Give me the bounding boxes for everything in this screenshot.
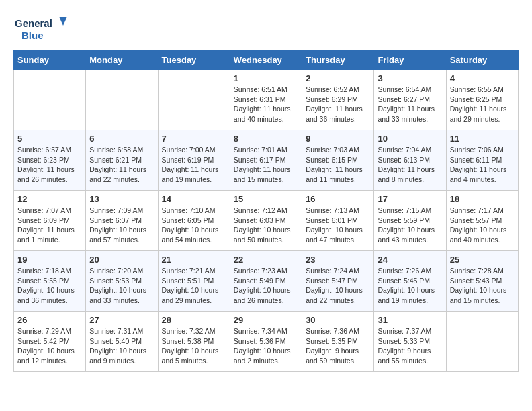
day-info: Sunrise: 7:12 AM Sunset: 6:03 PM Dayligh… (234, 205, 298, 245)
header-row: SundayMondayTuesdayWednesdayThursdayFrid… (14, 51, 519, 70)
day-info: Sunrise: 7:23 AM Sunset: 5:49 PM Dayligh… (234, 266, 298, 306)
calendar-table: SundayMondayTuesdayWednesdayThursdayFrid… (13, 50, 519, 372)
day-cell: 25Sunrise: 7:28 AM Sunset: 5:43 PM Dayli… (446, 251, 518, 312)
day-cell: 23Sunrise: 7:24 AM Sunset: 5:47 PM Dayli… (302, 251, 374, 312)
day-cell: 27Sunrise: 7:31 AM Sunset: 5:40 PM Dayli… (86, 312, 158, 372)
day-info: Sunrise: 7:32 AM Sunset: 5:38 PM Dayligh… (162, 326, 226, 366)
day-cell: 15Sunrise: 7:12 AM Sunset: 6:03 PM Dayli… (230, 191, 302, 251)
day-number: 9 (306, 134, 370, 144)
day-cell: 8Sunrise: 7:01 AM Sunset: 6:17 PM Daylig… (230, 130, 302, 191)
day-number: 10 (378, 134, 442, 144)
day-info: Sunrise: 7:09 AM Sunset: 6:07 PM Dayligh… (89, 205, 154, 245)
day-info: Sunrise: 6:58 AM Sunset: 6:21 PM Dayligh… (89, 145, 154, 185)
day-number: 29 (234, 315, 298, 325)
day-number: 27 (89, 315, 154, 325)
day-cell: 12Sunrise: 7:07 AM Sunset: 6:09 PM Dayli… (14, 191, 86, 251)
day-info: Sunrise: 6:54 AM Sunset: 6:27 PM Dayligh… (378, 85, 442, 124)
col-header-saturday: Saturday (446, 51, 518, 70)
day-number: 19 (17, 255, 82, 265)
day-number: 3 (378, 73, 442, 83)
day-info: Sunrise: 7:26 AM Sunset: 5:45 PM Dayligh… (378, 266, 442, 306)
day-info: Sunrise: 7:10 AM Sunset: 6:05 PM Dayligh… (162, 205, 226, 245)
day-info: Sunrise: 7:15 AM Sunset: 5:59 PM Dayligh… (378, 205, 442, 245)
day-number: 2 (306, 73, 370, 83)
day-number: 30 (306, 315, 370, 325)
day-cell (14, 70, 86, 130)
week-row-1: 1Sunrise: 6:51 AM Sunset: 6:31 PM Daylig… (14, 70, 519, 130)
day-number: 5 (17, 134, 82, 144)
svg-marker-2 (59, 17, 67, 26)
day-cell (446, 312, 518, 372)
day-number: 22 (234, 255, 298, 265)
day-cell: 10Sunrise: 7:04 AM Sunset: 6:13 PM Dayli… (374, 130, 446, 191)
day-info: Sunrise: 7:31 AM Sunset: 5:40 PM Dayligh… (89, 326, 154, 366)
day-number: 7 (162, 134, 226, 144)
day-number: 8 (234, 134, 298, 144)
day-info: Sunrise: 6:55 AM Sunset: 6:25 PM Dayligh… (450, 85, 515, 124)
day-number: 12 (17, 194, 82, 204)
day-info: Sunrise: 7:34 AM Sunset: 5:36 PM Dayligh… (234, 326, 298, 366)
day-cell: 5Sunrise: 6:57 AM Sunset: 6:23 PM Daylig… (14, 130, 86, 191)
col-header-thursday: Thursday (302, 51, 374, 70)
day-cell (158, 70, 230, 130)
day-cell: 24Sunrise: 7:26 AM Sunset: 5:45 PM Dayli… (374, 251, 446, 312)
day-number: 28 (162, 315, 226, 325)
day-number: 26 (17, 315, 82, 325)
day-number: 31 (378, 315, 442, 325)
day-number: 4 (450, 73, 515, 83)
day-cell: 11Sunrise: 7:06 AM Sunset: 6:11 PM Dayli… (446, 130, 518, 191)
day-cell: 9Sunrise: 7:03 AM Sunset: 6:15 PM Daylig… (302, 130, 374, 191)
day-number: 1 (234, 73, 298, 83)
day-info: Sunrise: 7:13 AM Sunset: 6:01 PM Dayligh… (306, 205, 370, 245)
day-info: Sunrise: 7:04 AM Sunset: 6:13 PM Dayligh… (378, 145, 442, 185)
svg-text:General: General (15, 17, 52, 29)
day-cell: 28Sunrise: 7:32 AM Sunset: 5:38 PM Dayli… (158, 312, 230, 372)
day-number: 25 (450, 255, 515, 265)
day-info: Sunrise: 7:07 AM Sunset: 6:09 PM Dayligh… (17, 205, 82, 245)
day-cell: 18Sunrise: 7:17 AM Sunset: 5:57 PM Dayli… (446, 191, 518, 251)
day-cell: 20Sunrise: 7:20 AM Sunset: 5:53 PM Dayli… (86, 251, 158, 312)
day-number: 21 (162, 255, 226, 265)
day-cell: 16Sunrise: 7:13 AM Sunset: 6:01 PM Dayli… (302, 191, 374, 251)
day-info: Sunrise: 7:21 AM Sunset: 5:51 PM Dayligh… (162, 266, 226, 306)
day-cell: 19Sunrise: 7:18 AM Sunset: 5:55 PM Dayli… (14, 251, 86, 312)
day-number: 24 (378, 255, 442, 265)
day-number: 20 (89, 255, 154, 265)
page-header: General Blue (13, 13, 519, 44)
day-cell: 2Sunrise: 6:52 AM Sunset: 6:29 PM Daylig… (302, 70, 374, 130)
day-info: Sunrise: 7:03 AM Sunset: 6:15 PM Dayligh… (306, 145, 370, 185)
col-header-sunday: Sunday (14, 51, 86, 70)
week-row-2: 5Sunrise: 6:57 AM Sunset: 6:23 PM Daylig… (14, 130, 519, 191)
svg-text:Blue: Blue (21, 30, 44, 41)
day-info: Sunrise: 7:01 AM Sunset: 6:17 PM Dayligh… (234, 145, 298, 185)
day-cell: 13Sunrise: 7:09 AM Sunset: 6:07 PM Dayli… (86, 191, 158, 251)
day-cell: 31Sunrise: 7:37 AM Sunset: 5:33 PM Dayli… (374, 312, 446, 372)
day-cell: 17Sunrise: 7:15 AM Sunset: 5:59 PM Dayli… (374, 191, 446, 251)
week-row-3: 12Sunrise: 7:07 AM Sunset: 6:09 PM Dayli… (14, 191, 519, 251)
col-header-monday: Monday (86, 51, 158, 70)
col-header-friday: Friday (374, 51, 446, 70)
day-info: Sunrise: 7:37 AM Sunset: 5:33 PM Dayligh… (378, 326, 442, 366)
week-row-4: 19Sunrise: 7:18 AM Sunset: 5:55 PM Dayli… (14, 251, 519, 312)
day-number: 23 (306, 255, 370, 265)
day-info: Sunrise: 7:36 AM Sunset: 5:35 PM Dayligh… (306, 326, 370, 366)
day-number: 18 (450, 194, 515, 204)
day-info: Sunrise: 7:29 AM Sunset: 5:42 PM Dayligh… (17, 326, 82, 366)
day-info: Sunrise: 7:18 AM Sunset: 5:55 PM Dayligh… (17, 266, 82, 306)
day-cell: 7Sunrise: 7:00 AM Sunset: 6:19 PM Daylig… (158, 130, 230, 191)
day-cell: 14Sunrise: 7:10 AM Sunset: 6:05 PM Dayli… (158, 191, 230, 251)
logo: General Blue (13, 13, 67, 44)
day-number: 15 (234, 194, 298, 204)
day-number: 16 (306, 194, 370, 204)
day-cell: 3Sunrise: 6:54 AM Sunset: 6:27 PM Daylig… (374, 70, 446, 130)
day-cell: 21Sunrise: 7:21 AM Sunset: 5:51 PM Dayli… (158, 251, 230, 312)
col-header-wednesday: Wednesday (230, 51, 302, 70)
day-cell: 26Sunrise: 7:29 AM Sunset: 5:42 PM Dayli… (14, 312, 86, 372)
day-info: Sunrise: 7:24 AM Sunset: 5:47 PM Dayligh… (306, 266, 370, 306)
day-number: 17 (378, 194, 442, 204)
day-info: Sunrise: 7:00 AM Sunset: 6:19 PM Dayligh… (162, 145, 226, 185)
day-number: 6 (89, 134, 154, 144)
day-cell: 30Sunrise: 7:36 AM Sunset: 5:35 PM Dayli… (302, 312, 374, 372)
day-number: 14 (162, 194, 226, 204)
day-info: Sunrise: 7:06 AM Sunset: 6:11 PM Dayligh… (450, 145, 515, 185)
